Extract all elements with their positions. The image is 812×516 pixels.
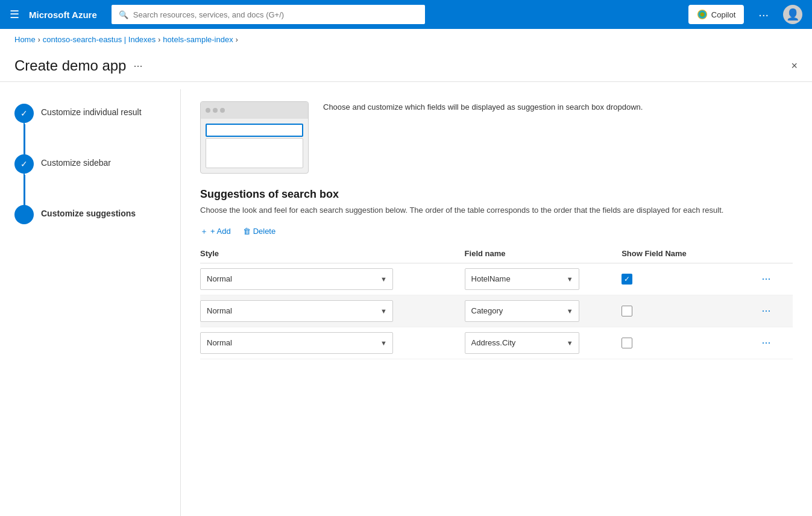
search-box: 🔍 <box>112 5 425 24</box>
style-dropdown-3-wrapper: Normal Bold Italic ▼ <box>200 332 393 354</box>
style-dropdown-3[interactable]: Normal Bold Italic <box>200 332 393 354</box>
field-dropdown-3[interactable]: HotelName Category Address.City <box>465 332 579 354</box>
show-field-checkbox-2 <box>622 306 754 316</box>
row-2-showfield-cell <box>622 295 761 327</box>
topbar: ☰ Microsoft Azure 🔍 Copilot ··· 👤 <box>0 0 812 29</box>
page-title: Create demo app <box>14 57 126 74</box>
search-input[interactable] <box>133 10 418 19</box>
checkbox-unchecked-icon[interactable] <box>622 338 632 348</box>
style-dropdown-2-wrapper: Normal Bold Italic ▼ <box>200 300 393 322</box>
step-1: ✓ Customize individual result <box>14 104 166 123</box>
svg-point-0 <box>697 10 707 19</box>
section-title: Suggestions of search box <box>200 188 793 201</box>
add-label: + Add <box>210 227 231 236</box>
table-toolbar: ＋ + Add 🗑 Delete <box>200 226 793 237</box>
col-header-actions <box>761 244 793 263</box>
copilot-button[interactable]: Copilot <box>688 5 744 24</box>
step-connector-1 <box>24 124 25 156</box>
main-layout: ✓ Customize individual result ✓ Customiz… <box>0 89 812 516</box>
step-3-circle <box>14 205 34 224</box>
style-dropdown-2[interactable]: Normal Bold Italic <box>200 300 393 322</box>
preview-dropdown <box>206 138 303 168</box>
delete-label: Delete <box>253 227 276 236</box>
show-field-checkbox-3 <box>622 338 754 348</box>
field-dropdown-1[interactable]: HotelName Category Address.City <box>465 268 579 290</box>
user-avatar[interactable]: 👤 <box>783 5 802 24</box>
preview-description: Choose and customize which fields will b… <box>323 101 793 113</box>
step-2: ✓ Customize sidebar <box>14 154 166 174</box>
copilot-icon <box>697 9 708 20</box>
header-divider <box>0 81 812 82</box>
style-dropdown-1[interactable]: Normal Bold Italic <box>200 268 393 290</box>
delete-icon: 🗑 <box>243 227 251 236</box>
row-1-field-cell: HotelName Category Address.City ▼ <box>465 263 622 295</box>
breadcrumb-indexes[interactable]: contoso-search-eastus | Indexes <box>43 35 156 44</box>
breadcrumb-index[interactable]: hotels-sample-index <box>163 35 233 44</box>
table-row: Normal Bold Italic ▼ HotelName Category <box>200 263 793 295</box>
step-1-label: Customize individual result <box>41 104 142 117</box>
copilot-label: Copilot <box>711 10 735 19</box>
browser-dot-3 <box>220 108 225 113</box>
row-1-actions-cell: ··· <box>761 263 793 295</box>
delete-button[interactable]: 🗑 Delete <box>243 227 276 236</box>
topbar-more-icon[interactable]: ··· <box>754 8 773 22</box>
row-2-more-icon[interactable]: ··· <box>761 304 770 316</box>
step-3-label: Customize suggestions <box>41 205 136 218</box>
col-header-showfieldname: Show Field Name <box>622 244 761 263</box>
field-dropdown-3-wrapper: HotelName Category Address.City ▼ <box>465 332 579 354</box>
page-header: Create demo app ··· × <box>0 50 812 74</box>
browser-dot-2 <box>213 108 218 113</box>
step-1-circle: ✓ <box>14 104 34 123</box>
field-dropdown-2[interactable]: HotelName Category Address.City <box>465 300 579 322</box>
table-row: Normal Bold Italic ▼ HotelName Category <box>200 327 793 359</box>
show-field-checkbox-1: ✓ <box>622 274 754 285</box>
field-dropdown-1-wrapper: HotelName Category Address.City ▼ <box>465 268 579 290</box>
add-button[interactable]: ＋ + Add <box>200 226 231 237</box>
row-3-field-cell: HotelName Category Address.City ▼ <box>465 327 622 359</box>
row-3-actions-cell: ··· <box>761 327 793 359</box>
preview-browser <box>200 101 309 174</box>
row-3-style-cell: Normal Bold Italic ▼ <box>200 327 465 359</box>
search-icon: 🔍 <box>119 10 128 19</box>
breadcrumb: Home › contoso-search-eastus | Indexes ›… <box>0 29 812 50</box>
menu-icon[interactable]: ☰ <box>10 8 19 21</box>
step-connector-2 <box>24 175 25 206</box>
step-3: Customize suggestions <box>14 205 166 224</box>
row-3-more-icon[interactable]: ··· <box>761 336 770 348</box>
step-2-circle: ✓ <box>14 154 34 174</box>
breadcrumb-home[interactable]: Home <box>14 35 36 44</box>
table-row: Normal Bold Italic ▼ HotelName Category <box>200 295 793 327</box>
brand-name: Microsoft Azure <box>29 10 97 20</box>
add-icon: ＋ <box>200 226 208 237</box>
step-2-label: Customize sidebar <box>41 154 111 168</box>
row-2-style-cell: Normal Bold Italic ▼ <box>200 295 465 327</box>
row-2-field-cell: HotelName Category Address.City ▼ <box>465 295 622 327</box>
row-1-showfield-cell: ✓ <box>622 263 761 295</box>
checkbox-checked-icon[interactable]: ✓ <box>622 274 632 285</box>
page-more-icon[interactable]: ··· <box>133 60 142 72</box>
steps-panel: ✓ Customize individual result ✓ Customiz… <box>0 89 181 516</box>
row-2-actions-cell: ··· <box>761 295 793 327</box>
col-header-fieldname: Field name <box>465 244 622 263</box>
browser-dot-1 <box>206 108 210 113</box>
checkbox-unchecked-icon[interactable] <box>622 306 632 316</box>
browser-bar <box>201 102 308 119</box>
suggestions-table: Style Field name Show Field Name Normal … <box>200 244 793 359</box>
field-dropdown-2-wrapper: HotelName Category Address.City ▼ <box>465 300 579 322</box>
preview-row: Choose and customize which fields will b… <box>200 101 793 174</box>
close-button[interactable]: × <box>791 60 798 72</box>
style-dropdown-1-wrapper: Normal Bold Italic ▼ <box>200 268 393 290</box>
row-3-showfield-cell <box>622 327 761 359</box>
section-desc: Choose the look and feel for each search… <box>200 204 793 216</box>
col-header-style: Style <box>200 244 465 263</box>
content-panel: Choose and customize which fields will b… <box>181 89 812 516</box>
row-1-style-cell: Normal Bold Italic ▼ <box>200 263 465 295</box>
preview-search <box>206 124 303 137</box>
row-1-more-icon[interactable]: ··· <box>761 272 770 285</box>
